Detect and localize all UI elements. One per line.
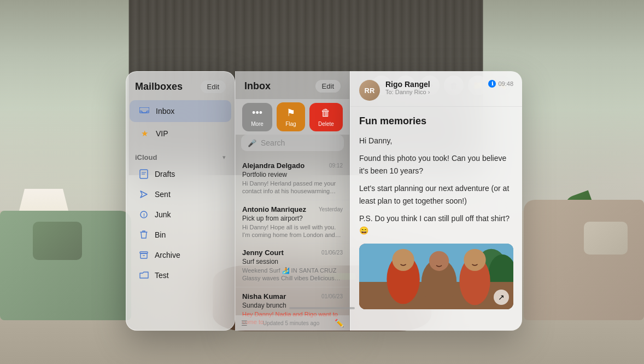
email-preview: Hi Danny! Hope all is well with you. I'm… [242, 223, 343, 239]
email-item-header: Alejandra Delgado 09:12 [242, 161, 343, 170]
sender-to: To: Danny Rico › [385, 89, 483, 95]
inbox-icon [138, 105, 150, 117]
email-time: Yesterday [319, 206, 343, 212]
archive-icon [138, 250, 149, 261]
search-placeholder: Search [261, 138, 285, 147]
vip-star-icon: ★ [138, 128, 150, 140]
delete-action-button[interactable]: 🗑 Delete [309, 103, 343, 131]
email-paragraph-2: Let's start planning our next adventure … [359, 182, 513, 207]
bin-label: Bin [155, 230, 166, 239]
inbox-edit-button[interactable]: Edit [315, 80, 341, 93]
email-time: 01/06/23 [321, 250, 343, 256]
flag-action-button[interactable]: ⚑ Flag [277, 102, 305, 131]
svg-text:!: ! [143, 212, 145, 218]
more-label: More [251, 121, 264, 127]
email-timestamp: ℹ 09:48 [488, 80, 513, 88]
email-paragraph-1: Found this photo you took! Can you belie… [359, 152, 513, 177]
mailboxes-panel: Mailboxes Edit Inbox ★ VIP iCloud ▾ [126, 71, 235, 331]
mailbox-item-sent[interactable]: Sent [130, 184, 231, 204]
photo-share-icon[interactable]: ↗ [494, 290, 509, 305]
junk-icon: ! [138, 209, 149, 220]
inbox-title: Inbox [244, 80, 271, 92]
swipe-actions: ••• More ⚑ Flag 🗑 Delete [236, 99, 349, 135]
sender-avatar: RR [359, 80, 380, 101]
mailbox-item-drafts[interactable]: Drafts [130, 164, 231, 184]
email-subject: Surf session [242, 258, 343, 265]
email-subject: Portfolio review [242, 171, 343, 178]
drafts-icon [138, 169, 149, 180]
footer-update-text: Updated 5 minutes ago [263, 320, 319, 326]
vip-label: VIP [156, 129, 168, 138]
test-label: Test [155, 271, 169, 280]
mailboxes-edit-button[interactable]: Edit [201, 80, 226, 93]
bin-icon [138, 229, 149, 240]
inbox-label: Inbox [156, 107, 174, 115]
icloud-header: iCloud ▾ [126, 149, 235, 164]
email-body: Fun memories Hi Danny, Found this photo … [350, 107, 522, 318]
mailboxes-title: Mailboxes [135, 81, 183, 93]
email-item-header: Jenny Court 01/06/23 [242, 249, 343, 257]
email-time: 01/06/23 [321, 293, 343, 299]
mailbox-item-bin[interactable]: Bin [130, 225, 231, 245]
sender-info: Rigo Rangel To: Danny Rico › [385, 80, 483, 95]
search-bar[interactable]: 🎤 Search [241, 135, 344, 151]
svg-point-16 [429, 251, 449, 270]
recipient-name: Danny Rico [395, 89, 426, 95]
icloud-chevron-icon: ▾ [223, 154, 226, 161]
email-subject: Pick up from airport? [242, 215, 343, 222]
email-sender: Jenny Court [242, 249, 284, 257]
mailbox-item-vip[interactable]: ★ VIP [130, 123, 231, 145]
test-folder-icon [138, 270, 149, 281]
svg-rect-0 [139, 107, 149, 113]
info-icon: ℹ [488, 80, 496, 88]
search-mic-icon: 🎤 [248, 139, 256, 147]
email-detail-header: RR Rigo Rangel To: Danny Rico › ℹ 09:48 [350, 71, 522, 107]
sent-icon [138, 189, 149, 200]
junk-label: Junk [155, 210, 171, 219]
mailbox-item-test[interactable]: Test [130, 265, 231, 285]
inbox-header: Inbox Edit [236, 71, 349, 99]
email-item-alejandra[interactable]: Alejandra Delgado 09:12 Portfolio review… [236, 157, 349, 200]
email-detail-panel: RR Rigo Rangel To: Danny Rico › ℹ 09:48 … [350, 71, 522, 331]
email-sender: Alejandra Delgado [242, 161, 305, 170]
email-item-antonio[interactable]: Antonio Manriquez Yesterday Pick up from… [236, 200, 349, 244]
email-subject-heading: Fun memories [359, 115, 513, 127]
email-item-jenny[interactable]: Jenny Court 01/06/23 Surf session Weeken… [236, 244, 349, 287]
scroll-indicator [289, 307, 355, 309]
sofa-cushion [33, 222, 82, 260]
filter-icon[interactable]: ☰ [241, 319, 248, 327]
delete-icon: 🗑 [321, 107, 331, 119]
email-postscript: P.S. Do you think I can still pull off t… [359, 212, 513, 237]
mailbox-item-archive[interactable]: Archive [130, 245, 231, 265]
mailboxes-header: Mailboxes Edit [126, 72, 235, 100]
icloud-label: iCloud [135, 153, 157, 161]
email-time-value: 09:48 [498, 80, 513, 87]
more-action-button[interactable]: ••• More [242, 103, 272, 131]
sender-name: Rigo Rangel [385, 80, 483, 89]
flag-label: Flag [285, 121, 296, 127]
email-greeting: Hi Danny, [359, 135, 513, 147]
delete-label: Delete [318, 121, 334, 127]
compose-footer-button[interactable]: ✏️ [335, 319, 344, 327]
email-time: 09:12 [329, 163, 343, 169]
email-preview: Weekend Surf 🏄 IN SANTA CRUZ Glassy wave… [242, 267, 343, 282]
more-icon: ••• [252, 107, 262, 119]
mail-app: Mailboxes Edit Inbox ★ VIP iCloud ▾ [126, 71, 522, 331]
chair-cushion [584, 222, 628, 255]
svg-point-18 [464, 249, 485, 270]
email-photo: ↗ [359, 244, 513, 309]
svg-point-14 [392, 249, 414, 270]
email-item-header: Antonio Manriquez Yesterday [242, 205, 343, 213]
inbox-footer: ☰ Updated 5 minutes ago ✏️ [236, 315, 349, 331]
sent-label: Sent [155, 190, 171, 199]
mailbox-item-junk[interactable]: ! Junk [130, 205, 231, 224]
drafts-label: Drafts [155, 170, 175, 178]
chair [524, 200, 644, 320]
email-item-header: Nisha Kumar 01/06/23 [242, 292, 343, 301]
email-preview: Hi Danny! Herland passed me your contact… [242, 180, 343, 195]
inbox-panel: Inbox Edit ••• More ⚑ Flag 🗑 Delete 🎤 Se… [235, 71, 350, 331]
archive-label: Archive [155, 251, 180, 259]
icloud-section: iCloud ▾ Drafts [126, 149, 235, 285]
mailbox-item-inbox[interactable]: Inbox [130, 100, 231, 122]
email-sender: Nisha Kumar [242, 292, 286, 301]
